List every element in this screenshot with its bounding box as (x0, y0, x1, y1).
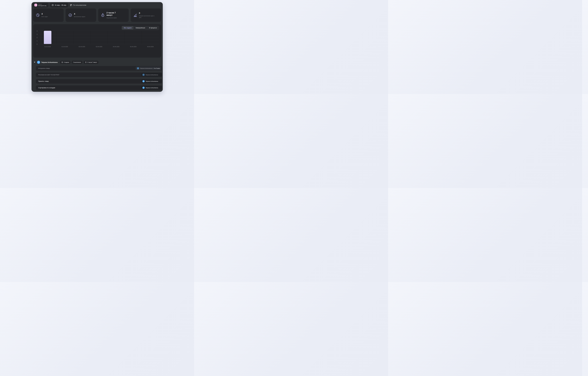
date-range-value: 31 мар. - 06 апр. (55, 4, 66, 6)
chart-bar[interactable] (44, 31, 51, 44)
task-assignee-pill: TUTatyana Urzhumtseva (141, 80, 161, 83)
y-tick-label: 1 (37, 40, 37, 42)
task-assignee-pill: TUTatyana Urzhumtseva (141, 73, 161, 76)
user-group-row: TU Tatyana Urzhumtseva 4 задачи 2 выполн… (34, 60, 161, 64)
task-filter-tabs: Все задачи Завершённые В процессе (121, 26, 159, 30)
badge-completed-count: 2 выполнена (72, 61, 82, 64)
task-row[interactable]: Отгрузить товарTUTatyana Urzhumtseva2 ч.… (36, 66, 162, 71)
assignee-avatar: TU (142, 87, 145, 89)
x-tick-label: 02.04.2025 (73, 46, 90, 47)
chart-panel: Все задачи Завершённые В процессе 01234 … (33, 24, 161, 58)
stat-card-avg-per-day: 0 Среднее выполнение задач в день (131, 9, 161, 22)
assignee-avatar: TU (137, 67, 139, 69)
y-tick-label: 4 (37, 30, 37, 32)
project-avatar: И (34, 4, 37, 6)
task-row[interactable]: Принять товарTUTatyana Urzhumtseva (36, 79, 162, 84)
collapse-triangle-icon[interactable] (34, 62, 35, 63)
user-badges: 4 задачи 2 выполнена 2 часов 7 минут (60, 61, 98, 64)
grid-icon (70, 4, 72, 6)
stat-label: Выполненные задачи (74, 16, 85, 18)
stat-text: 4 Всего задач (42, 13, 48, 18)
bar-chart: 01234 31.03.202501.04.202502.04.202503.0… (35, 31, 159, 47)
gridline-vertical (56, 31, 56, 44)
gridline-vertical (90, 31, 91, 44)
x-tick-label: 01.04.2025 (56, 46, 73, 47)
y-tick-label: 2 (37, 37, 37, 38)
assignee-name: Tatyana Urzhumtseva (146, 87, 158, 88)
stat-value: 4 (74, 13, 85, 15)
user-avatar: TU (37, 61, 40, 64)
view-mode-selector[interactable]: По пользователям (70, 4, 86, 6)
top-bar: И Проект Интернет-ма... 31 мар. - 06 ап (32, 2, 163, 7)
gridline-vertical (107, 31, 108, 44)
stat-value: 0 (139, 12, 155, 14)
project-label: Проект (38, 3, 47, 5)
assignee-name: Tatyana Urzhumtseva (140, 68, 152, 69)
task-title: Отгрузить товар (38, 67, 50, 69)
x-tick-label: 06.04.2025 (142, 46, 159, 47)
stat-label: Всего задач (42, 16, 48, 18)
task-row[interactable]: Сортировка по складамTUTatyana Urzhumtse… (36, 85, 162, 90)
y-axis: 01234 (35, 31, 38, 44)
pie-chart-icon (61, 62, 63, 63)
stat-card-total-tasks: 4 Всего задач (33, 9, 64, 22)
task-list: Отгрузить товарTUTatyana Urzhumtseva2 ч.… (36, 66, 162, 90)
plot-area (39, 31, 159, 44)
stat-card-completed-tasks: 4 Выполненные задачи (66, 9, 96, 22)
task-assignee-pill: TUTatyana Urzhumtseva2 ч.7 мин. (136, 67, 161, 70)
stat-cards: 4 Всего задач 4 Выполненные задачи (33, 9, 161, 22)
tab-all-tasks[interactable]: Все задачи (122, 26, 133, 30)
task-row[interactable]: Реклама на сайт "Алтай РАО"TUTatyana Urz… (36, 73, 162, 77)
check-circle-icon (68, 13, 72, 17)
bar-chart-check-icon (133, 13, 137, 17)
assignee-avatar: TU (142, 74, 145, 76)
stat-text: 0 Среднее выполнение задач в день (139, 12, 156, 18)
stat-label: Среднее выполнение задач в день (139, 15, 156, 18)
stat-text: 4 Выполненные задачи (74, 13, 85, 18)
pie-chart-icon (36, 13, 40, 17)
user-name: Tatyana Urzhumtseva (41, 62, 58, 63)
stopwatch-icon (85, 62, 87, 63)
date-range-selector[interactable]: 31 мар. - 06 апр. (50, 3, 68, 7)
task-title: Сортировка по складам (38, 87, 55, 89)
badge-label: 2 выполнена (73, 62, 81, 63)
stat-value: 4 (42, 13, 48, 15)
tab-completed[interactable]: Завершённые (133, 26, 147, 30)
stopwatch-icon (101, 13, 105, 17)
task-time: 2 ч.7 мин. (154, 68, 160, 69)
gridline-horizontal (39, 37, 159, 38)
tab-in-progress[interactable]: В процессе (147, 26, 159, 30)
task-assignee-pill: TUTatyana Urzhumtseva (141, 86, 161, 89)
stat-card-time-spent: 2 часов 7 минут Затраченное время (98, 9, 129, 22)
x-axis: 31.03.202501.04.202502.04.202503.04.2025… (39, 45, 159, 47)
gridline-horizontal (39, 31, 159, 31)
x-tick-label: 03.04.2025 (90, 46, 107, 47)
assignee-avatar: TU (142, 80, 145, 82)
stat-label: Затраченное время (107, 17, 122, 19)
x-tick-label: 05.04.2025 (125, 46, 142, 47)
y-tick-label: 0 (37, 43, 37, 45)
y-tick-label: 3 (37, 34, 37, 35)
project-selector[interactable]: И Проект Интернет-ма... (33, 3, 48, 7)
badge-task-count: 4 задачи (60, 61, 71, 64)
project-texts: Проект Интернет-ма... (38, 3, 47, 6)
stat-value: 2 часов 7 минут (107, 12, 122, 16)
assignee-name: Tatyana Urzhumtseva (146, 81, 158, 82)
project-name: Интернет-ма... (38, 5, 47, 7)
assignee-name: Tatyana Urzhumtseva (146, 74, 158, 75)
stat-text: 2 часов 7 минут Затраченное время (107, 12, 122, 19)
dashboard-card: И Проект Интернет-ма... 31 мар. - 06 ап (32, 2, 163, 92)
x-tick-label: 04.04.2025 (107, 46, 125, 47)
task-title: Реклама на сайт "Алтай РАО" (38, 74, 59, 76)
badge-label: 2 часов 7 минут (87, 62, 97, 63)
task-title: Принять товар (38, 80, 49, 82)
view-mode-label: По пользователям (73, 4, 86, 6)
badge-label: 4 задачи (64, 62, 69, 63)
tabs-row: Все задачи Завершённые В процессе (35, 26, 159, 30)
badge-time-spent: 2 часов 7 минут (84, 61, 98, 64)
calendar-icon (52, 4, 54, 6)
x-tick-label: 31.03.2025 (39, 46, 56, 47)
